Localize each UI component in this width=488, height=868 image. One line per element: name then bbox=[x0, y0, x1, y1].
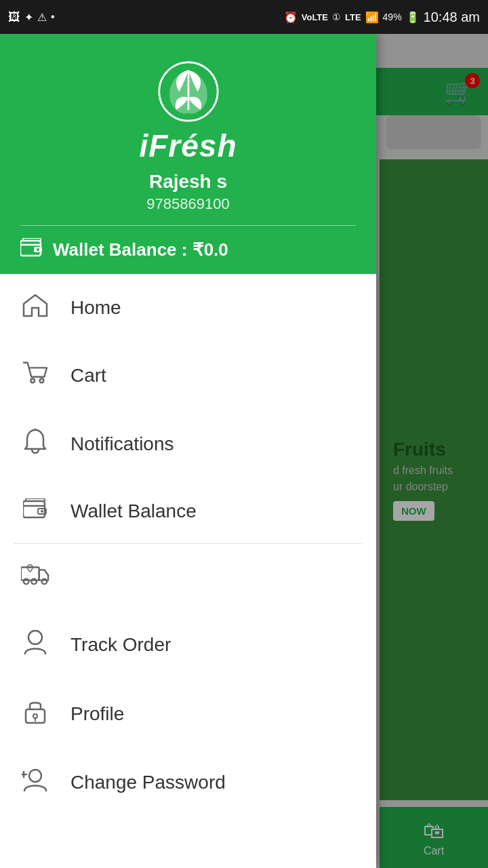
menu-item-profile[interactable]: Track Order bbox=[0, 610, 376, 679]
drawer-menu: Home Cart Notifications bbox=[0, 274, 376, 868]
status-bar: 🖼 ✦ ⚠ • ⏰ VoLTE ① LTE 📶 49% 🔋 10:48 am bbox=[0, 0, 488, 34]
refer-icon bbox=[20, 768, 50, 797]
home-icon bbox=[20, 293, 50, 323]
svg-point-13 bbox=[42, 579, 47, 585]
settings-icon: ✦ bbox=[24, 11, 33, 24]
menu-label-wallet: Wallet Balance bbox=[70, 500, 197, 522]
battery-graphic-icon: 🔋 bbox=[406, 11, 420, 24]
svg-point-3 bbox=[37, 248, 39, 251]
menu-label-notifications: Notifications bbox=[70, 433, 174, 455]
brand-name: iFrésh bbox=[139, 127, 237, 164]
app-logo-icon bbox=[158, 61, 219, 122]
menu-label-home: Home bbox=[70, 297, 121, 319]
svg-point-15 bbox=[28, 631, 42, 644]
svg-point-19 bbox=[29, 770, 41, 782]
cart-icon bbox=[20, 361, 50, 391]
status-bar-right: ⏰ VoLTE ① LTE 📶 49% 🔋 10:48 am bbox=[284, 9, 480, 25]
menu-label-change-password: Profile bbox=[70, 703, 124, 725]
menu-item-cart[interactable]: Cart bbox=[0, 342, 376, 410]
wallet-text: Wallet Balance : ₹0.0 bbox=[53, 239, 228, 260]
signal-icon: 📶 bbox=[365, 11, 379, 24]
alarm-icon: ⏰ bbox=[284, 11, 298, 24]
drawer-header: iFrésh Rajesh s 9785869100 bbox=[0, 34, 376, 226]
menu-item-track-order[interactable] bbox=[0, 544, 376, 610]
navigation-drawer: iFrésh Rajesh s 9785869100 Wallet Balanc… bbox=[0, 34, 376, 868]
menu-item-refer-earn[interactable]: Change Password bbox=[0, 749, 376, 816]
svg-rect-10 bbox=[21, 568, 39, 580]
svg-point-12 bbox=[31, 579, 37, 585]
clock: 10:48 am bbox=[424, 9, 480, 25]
menu-label-cart: Cart bbox=[70, 365, 106, 387]
menu-item-notifications[interactable]: Notifications bbox=[0, 410, 376, 479]
menu-label-refer-earn: Change Password bbox=[70, 772, 226, 793]
sim1-icon: ① bbox=[332, 12, 341, 22]
menu-item-home[interactable]: Home bbox=[0, 274, 376, 342]
svg-point-11 bbox=[24, 579, 29, 585]
menu-item-change-password[interactable]: Profile bbox=[0, 679, 376, 749]
dot-icon: • bbox=[51, 11, 55, 23]
image-icon: 🖼 bbox=[8, 10, 20, 24]
menu-label-profile: Track Order bbox=[70, 634, 171, 656]
wallet-balance-section[interactable]: Wallet Balance : ₹0.0 bbox=[0, 226, 376, 274]
wallet-icon bbox=[20, 238, 43, 262]
drawer-overlay[interactable] bbox=[376, 34, 488, 868]
svg-point-14 bbox=[29, 566, 31, 568]
bell-icon bbox=[20, 429, 50, 460]
volte-icon: VoLTE bbox=[302, 12, 328, 22]
user-name: Rajesh s bbox=[149, 171, 227, 193]
person-icon bbox=[20, 629, 50, 660]
svg-point-9 bbox=[41, 510, 43, 513]
truck-icon bbox=[20, 563, 50, 591]
svg-point-4 bbox=[30, 379, 35, 383]
menu-item-wallet[interactable]: Wallet Balance bbox=[0, 479, 376, 543]
warning-icon: ⚠ bbox=[37, 11, 47, 24]
status-bar-left: 🖼 ✦ ⚠ • bbox=[8, 10, 55, 24]
lte-icon: LTE bbox=[345, 12, 361, 22]
user-phone: 9785869100 bbox=[146, 195, 229, 213]
svg-point-5 bbox=[40, 379, 44, 383]
lock-icon bbox=[20, 698, 50, 730]
wallet-menu-icon bbox=[20, 498, 50, 524]
battery-icon: 49% bbox=[383, 12, 402, 22]
